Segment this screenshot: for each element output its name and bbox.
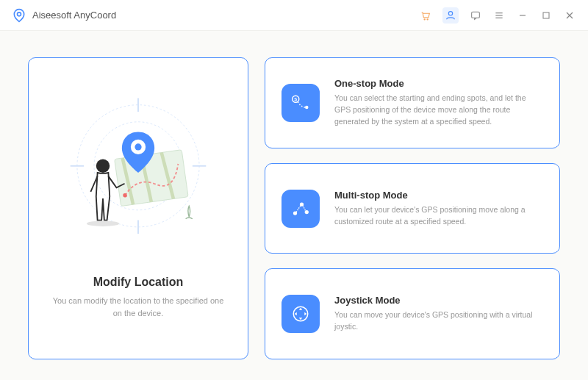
onestop-icon: S	[282, 84, 320, 122]
svg-point-24	[87, 221, 119, 226]
minimize-icon[interactable]	[516, 9, 529, 22]
feedback-icon[interactable]	[469, 9, 482, 22]
titlebar-actions	[419, 7, 576, 24]
svg-marker-34	[295, 312, 297, 316]
main-content: Modify Location You can modify the locat…	[0, 31, 588, 380]
joystick-mode-description: You can move your device's GPS positioni…	[334, 309, 543, 333]
modify-location-illustration	[45, 77, 232, 268]
svg-text:S: S	[294, 97, 297, 101]
multistop-mode-description: You can let your device's GPS positionin…	[334, 204, 543, 228]
cart-icon[interactable]	[419, 9, 432, 22]
joystick-mode-card[interactable]: Joystick Mode You can move your device's…	[265, 268, 560, 359]
titlebar: Aiseesoft AnyCoord	[0, 0, 588, 31]
svg-marker-33	[299, 318, 303, 320]
close-icon[interactable]	[563, 9, 576, 22]
svg-point-22	[135, 143, 141, 150]
svg-point-0	[18, 12, 21, 15]
joystick-icon	[282, 295, 320, 333]
modify-location-description: You can modify the location to the speci…	[45, 295, 232, 319]
modify-location-title: Modify Location	[93, 276, 184, 289]
multistop-mode-card[interactable]: Multi-stop Mode You can let your device'…	[265, 163, 560, 254]
multistop-mode-title: Multi-stop Mode	[334, 190, 543, 201]
app-logo-icon	[12, 8, 26, 23]
svg-rect-2	[472, 12, 480, 18]
joystick-mode-title: Joystick Mode	[334, 295, 543, 306]
svg-marker-32	[299, 308, 303, 310]
svg-point-1	[448, 11, 452, 15]
svg-point-30	[305, 209, 309, 213]
maximize-icon[interactable]	[539, 9, 553, 22]
menu-icon[interactable]	[492, 9, 506, 22]
onestop-mode-description: You can select the starting and ending s…	[334, 93, 543, 127]
logo: Aiseesoft AnyCoord	[12, 8, 116, 23]
svg-marker-35	[304, 312, 306, 316]
svg-point-27	[305, 106, 309, 110]
user-icon[interactable]	[442, 7, 459, 24]
onestop-mode-card[interactable]: S One-stop Mode You can select the start…	[265, 57, 560, 148]
multistop-icon	[282, 190, 320, 228]
onestop-mode-title: One-stop Mode	[334, 78, 543, 89]
modes-column: S One-stop Mode You can select the start…	[265, 57, 560, 359]
app-title: Aiseesoft AnyCoord	[32, 10, 116, 21]
svg-rect-7	[543, 12, 549, 18]
modify-location-card[interactable]: Modify Location You can modify the locat…	[28, 57, 248, 359]
